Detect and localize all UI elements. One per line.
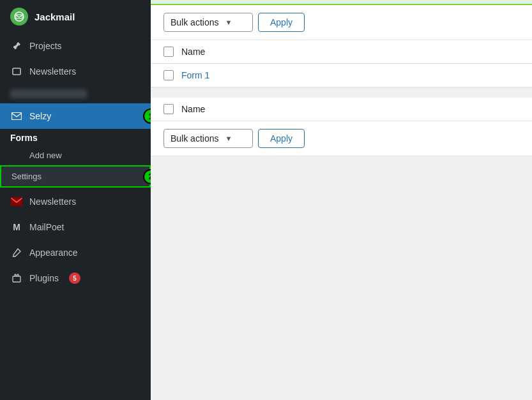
sidebar-item-newsletters2[interactable]: Newsletters xyxy=(0,189,151,214)
form1-link[interactable]: Form 1 xyxy=(181,70,209,80)
mailpoet-icon: M xyxy=(10,221,23,233)
bulk-bar-bottom: Bulk actions ▼ Apply xyxy=(151,121,532,156)
bulk-actions-label-top: Bulk actions xyxy=(171,17,218,27)
newsletters2-icon xyxy=(10,195,23,208)
paintbrush-icon xyxy=(10,246,23,259)
bulk-actions-label-bottom: Bulk actions xyxy=(171,133,218,144)
checkbox-header[interactable] xyxy=(163,47,174,57)
checkbox-form1[interactable] xyxy=(163,70,174,80)
sidebar-item-selzy-wrapper: Selzy 1 xyxy=(0,103,151,129)
sidebar-item-add-new[interactable]: Add new xyxy=(0,147,151,164)
jackmail-logo-icon xyxy=(10,8,28,26)
checkbox-footer[interactable] xyxy=(163,104,174,114)
sidebar-plugins-label: Plugins xyxy=(29,273,59,283)
sidebar-mailpoet-label: MailPoet xyxy=(29,222,64,232)
row-spacer xyxy=(151,87,532,98)
apply-button-top[interactable]: Apply xyxy=(258,13,305,32)
bulk-actions-select-bottom[interactable]: Bulk actions ▼ xyxy=(163,129,253,148)
sidebar-settings-label: Settings xyxy=(11,172,42,181)
sidebar-add-new-label: Add new xyxy=(29,151,62,160)
sidebar-newsletters2-label: Newsletters xyxy=(29,196,76,207)
newsletter-icon xyxy=(10,65,23,78)
apply-button-bottom[interactable]: Apply xyxy=(258,129,305,148)
column-name-header: Name xyxy=(181,47,205,57)
table-row-header: Name xyxy=(151,40,532,64)
bulk-bar-top: Bulk actions ▼ Apply xyxy=(151,5,532,40)
sidebar-logo-label: Jackmail xyxy=(34,11,75,22)
sidebar-item-projects-label: Projects xyxy=(29,41,62,51)
sidebar-logo[interactable]: Jackmail xyxy=(0,0,151,33)
plugins-badge: 5 xyxy=(69,272,80,284)
main-content: Bulk actions ▼ Apply Name Form 1 Name Bu… xyxy=(151,0,532,400)
sidebar-item-settings[interactable]: Settings xyxy=(0,165,151,188)
sidebar-section-forms: Forms xyxy=(0,129,151,147)
sidebar: Jackmail Projects Newsletters xyxy=(0,0,151,400)
top-green-bar xyxy=(151,0,532,5)
bulk-actions-select-top[interactable]: Bulk actions ▼ xyxy=(163,13,253,32)
sidebar-item-selzy-label: Selzy xyxy=(29,111,51,121)
sidebar-blurred-item xyxy=(0,84,151,103)
selzy-envelope-icon xyxy=(10,110,23,122)
sidebar-item-selzy[interactable]: Selzy xyxy=(0,103,151,129)
sidebar-forms-label: Forms xyxy=(10,133,38,143)
sidebar-settings-wrapper: Settings 2 xyxy=(0,164,151,189)
sidebar-item-newsletters[interactable]: Newsletters xyxy=(0,59,151,84)
table-row-form1: Form 1 xyxy=(151,64,532,87)
column-name-footer: Name xyxy=(181,104,205,114)
bulk-actions-chevron-top: ▼ xyxy=(225,19,232,26)
thumbtack-icon xyxy=(10,40,23,52)
svg-rect-3 xyxy=(11,198,22,206)
sidebar-item-appearance[interactable]: Appearance xyxy=(0,240,151,265)
sidebar-item-mailpoet[interactable]: M MailPoet xyxy=(0,214,151,240)
svg-rect-1 xyxy=(13,68,20,75)
sidebar-item-newsletters-label: Newsletters xyxy=(29,66,76,77)
svg-rect-2 xyxy=(12,113,22,120)
plugins-icon xyxy=(10,272,23,285)
bulk-actions-chevron-bottom: ▼ xyxy=(225,135,232,142)
sidebar-item-plugins[interactable]: Plugins 5 xyxy=(0,265,151,291)
svg-rect-4 xyxy=(13,276,20,282)
table-row-footer-name: Name xyxy=(151,98,532,121)
sidebar-appearance-label: Appearance xyxy=(29,248,78,258)
sidebar-item-projects[interactable]: Projects xyxy=(0,33,151,59)
